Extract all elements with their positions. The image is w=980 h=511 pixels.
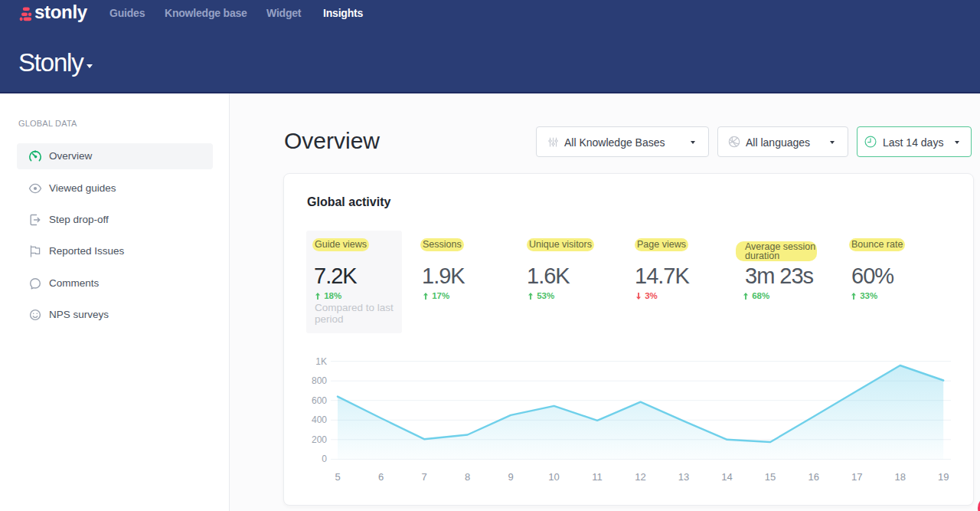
svg-text:1K: 1K: [315, 356, 327, 367]
svg-text:19: 19: [938, 471, 949, 483]
svg-text:12: 12: [635, 471, 645, 483]
svg-text:800: 800: [312, 375, 327, 386]
svg-text:10: 10: [548, 471, 559, 483]
svg-text:14: 14: [721, 471, 732, 483]
svg-text:200: 200: [312, 434, 327, 445]
svg-text:11: 11: [592, 471, 603, 483]
svg-text:7: 7: [421, 471, 426, 483]
svg-text:16: 16: [808, 471, 818, 483]
svg-text:6: 6: [378, 471, 384, 483]
svg-text:15: 15: [765, 471, 776, 483]
svg-text:9: 9: [508, 471, 513, 483]
svg-text:17: 17: [851, 471, 862, 483]
svg-text:0: 0: [322, 454, 327, 464]
svg-text:8: 8: [465, 471, 470, 483]
svg-text:400: 400: [312, 414, 327, 425]
svg-text:5: 5: [335, 471, 340, 483]
svg-text:18: 18: [894, 471, 905, 483]
svg-text:600: 600: [312, 395, 327, 406]
svg-text:13: 13: [678, 471, 689, 483]
